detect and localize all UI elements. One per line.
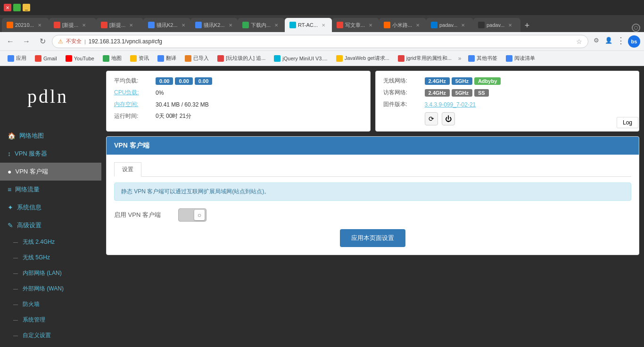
- bookmark-youtube[interactable]: YouTube: [62, 53, 98, 64]
- sidebar-subitem-lan[interactable]: 内部网络 (LAN): [0, 265, 101, 281]
- sidebar-subitem-sysmgmt[interactable]: 系统管理: [0, 312, 101, 328]
- guest-5ghz[interactable]: 5GHz: [452, 89, 472, 97]
- bookmark-translate[interactable]: 翻译: [154, 53, 180, 64]
- memory-link[interactable]: 内存空闲:: [114, 100, 152, 108]
- apply-button[interactable]: 应用本页面设置: [340, 229, 405, 247]
- tab-1-close[interactable]: ✕: [38, 23, 41, 28]
- refresh-router-icon[interactable]: ⟳: [425, 112, 438, 125]
- bookmark-apps[interactable]: 应用: [4, 53, 30, 64]
- win-max-btn[interactable]: [13, 4, 21, 11]
- sidebar-item-sysinfo[interactable]: ✦ 系统信息: [0, 198, 101, 216]
- more-icon[interactable]: ⋮: [616, 35, 626, 46]
- guest-ss[interactable]: SS: [474, 89, 489, 97]
- power-icon[interactable]: ⏻: [442, 112, 455, 125]
- sidebar-item-vpn-server[interactable]: ↕ VPN 服务器: [0, 145, 101, 163]
- bookmark-jqueryui-label: jQuery MiniUI V3....: [282, 56, 327, 61]
- forward-button[interactable]: →: [20, 35, 33, 48]
- bookmark-other[interactable]: 其他书签: [464, 53, 501, 64]
- guest-24ghz[interactable]: 2.4GHz: [425, 89, 450, 97]
- logo-area: pdln: [0, 71, 101, 127]
- sidebar-item-advanced-label: 高级设置: [17, 221, 41, 230]
- advanced-icon: ✎: [8, 222, 13, 229]
- sidebar-subitem-sysmgmt-label: 系统管理: [23, 316, 45, 324]
- tab-1[interactable]: 20210... ✕: [2, 18, 49, 32]
- tab-2[interactable]: [新提... ✕: [49, 18, 96, 32]
- cpu-link[interactable]: CPU负载:: [114, 89, 152, 97]
- sidebar-subitem-firewall[interactable]: 防火墙: [0, 297, 101, 312]
- sidebar-item-sysinfo-label: 系统信息: [17, 203, 41, 212]
- sidebar-item-advanced[interactable]: ✎ 高级设置: [0, 216, 101, 234]
- tab-5[interactable]: 骚讯K2... ✕: [190, 18, 238, 32]
- bookmark-jgrid[interactable]: jgrid常用的属性和...: [394, 53, 455, 64]
- tab-8[interactable]: 写文章... ✕: [332, 18, 379, 32]
- tab-3-close[interactable]: ✕: [129, 23, 133, 28]
- tab-10[interactable]: padav... ✕: [426, 18, 473, 32]
- tab-10-label: padav...: [439, 22, 457, 28]
- address-bar[interactable]: ⚠ 不安全 | 192.168.123.1/vpncli.asp#cfg ☆: [52, 35, 588, 48]
- profile-icon[interactable]: 👤: [603, 35, 614, 46]
- win-close-btn[interactable]: ✕: [4, 4, 11, 11]
- tab-11-close[interactable]: ✕: [508, 23, 512, 28]
- toggle-knob: [194, 210, 205, 220]
- extensions-icon[interactable]: ⚙: [591, 35, 602, 46]
- bookmark-readinglist[interactable]: 阅读清单: [502, 53, 539, 64]
- tab-10-close[interactable]: ✕: [461, 23, 465, 28]
- tab-2-favicon: [54, 22, 60, 28]
- bookmark-maps[interactable]: 地图: [99, 53, 125, 64]
- bookmark-javaweb[interactable]: JavaWeb get请求...: [332, 53, 393, 64]
- tab-6[interactable]: 下载内... ✕: [238, 18, 285, 32]
- sidebar-item-network-map[interactable]: 🏠 网络地图: [0, 127, 101, 145]
- refresh-button[interactable]: ↻: [36, 35, 49, 48]
- tab-11[interactable]: padav... ✕: [473, 18, 520, 32]
- tab-9[interactable]: 小米路... ✕: [379, 18, 426, 32]
- apps-favicon: [8, 55, 14, 62]
- bookmark-jqueryui[interactable]: jQuery MiniUI V3....: [270, 53, 331, 64]
- win-min-btn[interactable]: _: [23, 4, 30, 11]
- sidebar-subitem-netinfo[interactable]: 网络信息: [0, 343, 101, 347]
- bookmark-wastesite[interactable]: [玩垃圾的人] 追...: [214, 53, 269, 64]
- status-right: 无线网络: 2.4GHz 5GHz Adbyby 访客网络: 2.4GHz 5G…: [375, 71, 640, 132]
- tab-5-close[interactable]: ✕: [229, 23, 232, 28]
- log-button[interactable]: Log: [617, 117, 638, 128]
- traffic-icon: ≡: [8, 186, 11, 193]
- readinglist-favicon: [506, 55, 512, 62]
- user-avatar[interactable]: bs: [628, 35, 640, 48]
- tab-3[interactable]: [新提... ✕: [96, 18, 143, 32]
- back-button[interactable]: ←: [4, 35, 17, 48]
- brand-logo: pdln: [23, 80, 79, 108]
- tab-4-close[interactable]: ✕: [182, 23, 185, 28]
- vpn-tab-settings[interactable]: 设置: [114, 162, 141, 177]
- wireless-label: 无线网络:: [383, 77, 421, 85]
- more-bookmarks[interactable]: »: [456, 55, 463, 62]
- tab-11-favicon: [478, 22, 485, 28]
- tab-7-close[interactable]: ✕: [322, 23, 325, 28]
- tab-8-close[interactable]: ✕: [369, 23, 372, 28]
- tab-7[interactable]: RT-AC... ✕: [285, 18, 332, 32]
- tab-11-label: padav...: [487, 22, 504, 28]
- sidebar-subitem-custom[interactable]: 自定义设置: [0, 328, 101, 343]
- tab-4[interactable]: 骚讯K2... ✕: [143, 18, 190, 32]
- new-tab-button[interactable]: +: [520, 19, 534, 32]
- firmware-value[interactable]: 3.4.3.9-099_7-02-21: [425, 101, 476, 108]
- tab-9-close[interactable]: ✕: [416, 23, 420, 28]
- vpn-panel: VPN 客户端 设置 静态 VPN 客户端可以通过互联网扩展局域网(站点到站点)…: [106, 136, 639, 255]
- sidebar-subitem-wireless-24[interactable]: 无线 2.4GHz: [0, 234, 101, 250]
- action-row: ⟳ ⏻: [383, 112, 632, 125]
- tab-2-close[interactable]: ✕: [82, 23, 86, 28]
- news-favicon: [130, 55, 137, 62]
- bookmark-news[interactable]: 资讯: [126, 53, 153, 64]
- sidebar-item-vpn-client[interactable]: ● VPN 客户端: [0, 163, 101, 181]
- sidebar-subitem-wan[interactable]: 外部网络 (WAN): [0, 281, 101, 297]
- wireless-5ghz[interactable]: 5GHz: [452, 77, 472, 85]
- wireless-24ghz[interactable]: 2.4GHz: [425, 77, 450, 85]
- bookmark-star-icon[interactable]: ☆: [576, 38, 582, 45]
- enable-vpn-toggle[interactable]: [178, 208, 206, 222]
- sidebar-subitem-firewall-label: 防火墙: [23, 300, 40, 308]
- bookmark-imported[interactable]: 已导入: [181, 53, 213, 64]
- tab-6-close[interactable]: ✕: [274, 23, 278, 28]
- wireless-adbyby[interactable]: Adbyby: [474, 77, 501, 85]
- sidebar-item-traffic[interactable]: ≡ 网络流量: [0, 181, 101, 198]
- sidebar-subitem-wireless-5[interactable]: 无线 5GHz: [0, 250, 101, 265]
- bookmark-gmail[interactable]: Gmail: [31, 53, 61, 64]
- tab-9-favicon: [384, 22, 390, 28]
